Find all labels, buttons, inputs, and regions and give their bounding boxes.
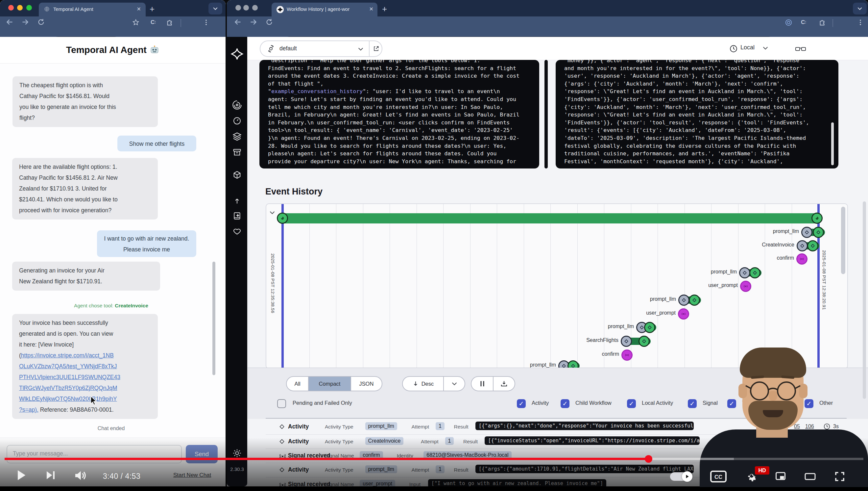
browser-tab-temporal-ai-agent[interactable]: Temporal AI Agent✕ xyxy=(39,3,146,17)
activity-diamond-icon xyxy=(279,424,284,430)
right-toolbar: localhost:8233/namespaces/default/workfl… xyxy=(227,17,868,37)
tab-title: Workflow History | agent-wor xyxy=(287,6,362,12)
message-line: proceed with for invoice generation? xyxy=(19,205,158,216)
nav-schedules-icon[interactable] xyxy=(227,116,247,126)
time-display: 3:40 / 4:53 xyxy=(103,472,141,481)
traffic-light-close[interactable] xyxy=(8,5,14,10)
left-browser-window: Temporal AI Agent✕+localhost:5173C:Tempo… xyxy=(0,0,225,486)
new-tab-button[interactable]: + xyxy=(382,4,387,14)
message-line: The cheapest flight option is with xyxy=(20,80,158,91)
message-line: Here are the available flight options: 1… xyxy=(19,162,158,172)
chat-message-user: I want to go with air new zealand.Please… xyxy=(97,230,196,257)
forward-button[interactable] xyxy=(21,18,30,28)
progress-playhead[interactable] xyxy=(645,455,652,463)
svg-text:CC: CC xyxy=(714,474,722,480)
message-line: (https://invoice.stripe.com/i/acct_1NB xyxy=(19,350,158,361)
play-button[interactable] xyxy=(14,469,28,483)
captions-button[interactable]: CC xyxy=(710,470,726,484)
nav-workflows-icon[interactable] xyxy=(227,100,247,111)
traffic-light-minimize[interactable] xyxy=(17,5,23,10)
person-head xyxy=(742,351,804,430)
message-line: ?s=ap). Reference: 9AB8A670-0001. xyxy=(19,404,158,415)
globe-favicon xyxy=(44,6,50,13)
tab-title: Temporal AI Agent xyxy=(53,6,132,12)
forward-button[interactable] xyxy=(249,18,258,28)
new-tab-button[interactable]: + xyxy=(150,4,155,14)
autoplay-toggle[interactable] xyxy=(670,472,692,481)
temporal-logo-icon[interactable] xyxy=(227,47,247,62)
autoplay-knob xyxy=(682,471,692,482)
chat-page: Temporal AI AgentAgent chose tool: Searc… xyxy=(0,37,225,486)
nav-archive-icon[interactable] xyxy=(227,148,247,158)
code-panel-right-scroll-thumb xyxy=(831,122,834,165)
tab-close-icon[interactable]: ✕ xyxy=(137,6,141,12)
message-line: OLuKVZbzw7QA5/test_YWNjdF8xTkJ xyxy=(19,361,158,372)
miniplayer-button[interactable] xyxy=(775,470,786,484)
event-field-chip: prompt_llm xyxy=(365,422,397,430)
video-controls-right: CCHD xyxy=(658,462,868,486)
browser-menu-icon[interactable] xyxy=(857,19,864,27)
chat-message-agent: The cheapest flight option is withCathay… xyxy=(12,76,158,127)
nav-stack-icon[interactable] xyxy=(227,132,247,143)
message-line: you like to generate an invoice for this xyxy=(20,102,158,113)
traffic-light-close[interactable] xyxy=(236,5,241,10)
robot-emoji-icon xyxy=(150,45,159,54)
nav-namespaces-icon[interactable] xyxy=(227,171,247,181)
message-line: Your invoice has been successfully xyxy=(19,318,158,328)
hd-badge: HD xyxy=(755,466,769,474)
back-button[interactable] xyxy=(234,18,242,28)
temporal-sidebar: 2.30.3 xyxy=(227,37,247,486)
message-line: WlkLDEyNjkwOTQ5Nw0200B1h9pihY xyxy=(19,394,158,404)
onepassword-icon[interactable] xyxy=(785,19,793,28)
claude-extension-icon[interactable]: C: xyxy=(801,19,806,26)
person-eyebrow-left xyxy=(751,375,764,379)
reload-button[interactable] xyxy=(266,19,273,27)
toolbar-divider xyxy=(181,19,181,27)
temporal-favicon xyxy=(277,6,284,13)
extensions-puzzle-icon[interactable] xyxy=(819,19,826,27)
event-field-code: [{"args":{},"next":"done","response":"Yo… xyxy=(475,422,694,430)
back-button[interactable] xyxy=(5,18,14,28)
left-tab-bar: Temporal AI Agent✕+ xyxy=(0,0,225,17)
video-controls-left: 3:40 / 4:53 xyxy=(0,465,230,486)
message-line: it here: [View Invoice] xyxy=(19,339,158,350)
message-line: TlRGcWJyelVTbzR5Y0p6ZjRQQnJqM xyxy=(19,383,158,394)
chat-scrollbar-thumb[interactable] xyxy=(212,262,215,375)
nav-feedback-icon[interactable] xyxy=(227,227,247,237)
person-nose xyxy=(769,391,777,401)
agent-tool-label: Agent chose tool: CreateInvoice xyxy=(3,303,220,309)
left-toolbar: localhost:5173C: xyxy=(0,17,225,37)
reload-button[interactable] xyxy=(37,19,45,27)
page-title: Temporal AI Agent xyxy=(66,45,147,55)
traffic-light-zoom[interactable] xyxy=(252,5,258,10)
browser-tab-workflow-history[interactable]: Workflow History | agent-wor✕ xyxy=(272,3,377,17)
traffic-light-zoom[interactable] xyxy=(26,5,32,10)
event-row-title: Activity xyxy=(288,423,309,430)
volume-button[interactable] xyxy=(74,469,87,484)
progress-played xyxy=(5,458,648,460)
extensions-puzzle-icon[interactable] xyxy=(166,19,173,27)
nav-import-icon[interactable] xyxy=(227,197,247,207)
video-progress-bar[interactable] xyxy=(0,458,868,460)
progress-remaining xyxy=(734,458,863,460)
tab-close-icon[interactable]: ✕ xyxy=(369,6,373,12)
person-eyebrow-right xyxy=(781,375,794,379)
bookmark-star-icon[interactable] xyxy=(132,19,140,27)
fullscreen-button[interactable] xyxy=(834,470,846,484)
message-line: New Zealand flight for $1710.91. xyxy=(19,276,160,287)
person-mouth xyxy=(763,410,783,417)
theater-button[interactable] xyxy=(804,470,816,484)
message-line: $2140.41. Which one would you like to xyxy=(19,194,158,205)
browser-menu-icon[interactable] xyxy=(203,19,210,27)
tab-strip-chevron-button[interactable] xyxy=(853,3,867,15)
page-title-wrap: Temporal AI Agent xyxy=(0,45,225,55)
event-field-label: Result xyxy=(454,424,468,430)
message-line: PTHVLVlpienc3UUE1LF9SWUNQZE43 xyxy=(19,372,158,383)
claude-extension-icon[interactable]: C: xyxy=(151,19,156,26)
youtube-video-frame: Temporal AI Agent✕+localhost:5173C:Tempo… xyxy=(0,0,868,491)
message-line: generated and is open. You can view xyxy=(19,328,158,339)
next-button[interactable] xyxy=(45,469,57,483)
traffic-light-minimize[interactable] xyxy=(243,5,249,10)
nav-docs-icon[interactable] xyxy=(227,211,247,222)
tab-strip-chevron-button[interactable] xyxy=(209,3,222,15)
